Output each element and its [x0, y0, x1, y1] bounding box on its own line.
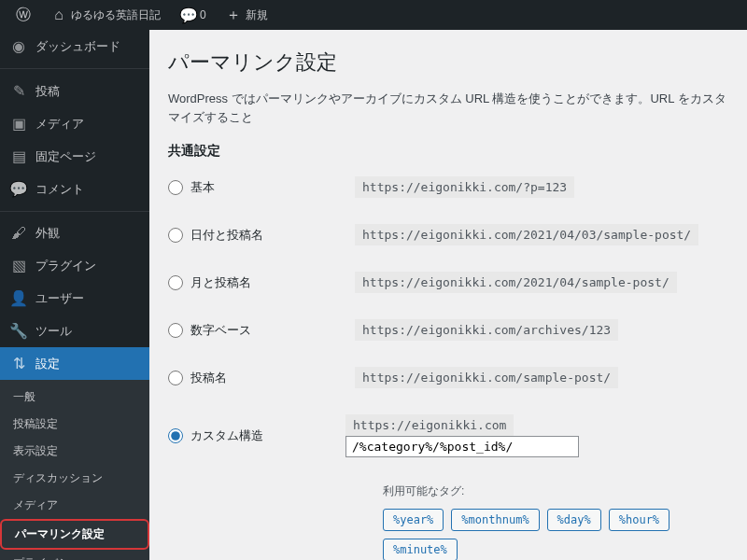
sidebar-item-label: 固定ページ: [35, 148, 96, 165]
url-example: https://eigonikki.com/archives/123: [355, 319, 618, 341]
radio-input-day-name[interactable]: [168, 228, 183, 243]
admin-sidebar: ◉ ダッシュボード ✎ 投稿 ▣ メディア ▤ 固定ページ 💬 コメント 🖌 外…: [0, 30, 149, 560]
sidebar-item-comments[interactable]: 💬 コメント: [0, 173, 149, 205]
comments-link[interactable]: 💬 0: [172, 0, 214, 30]
permalink-option-plain: 基本 https://eigonikki.com/?p=123: [168, 176, 728, 198]
radio-custom[interactable]: カスタム構造: [168, 427, 327, 444]
sidebar-item-label: ダッシュボード: [35, 38, 120, 55]
sidebar-item-plugins[interactable]: ▧ プラグイン: [0, 249, 149, 282]
radio-input-post-name[interactable]: [168, 371, 183, 385]
section-title: 共通設定: [168, 143, 728, 160]
submenu-item-general[interactable]: 一般: [0, 384, 149, 411]
radio-input-custom[interactable]: [168, 428, 183, 443]
wrench-icon: 🔧: [9, 322, 28, 340]
url-example: https://eigonikki.com/sample-post/: [355, 367, 618, 388]
submenu-item-reading[interactable]: 表示設定: [0, 438, 149, 465]
sidebar-item-settings[interactable]: ⇅ 設定: [0, 347, 149, 380]
sidebar-item-label: プラグイン: [35, 258, 96, 274]
submenu-item-writing[interactable]: 投稿設定: [0, 411, 149, 438]
permalink-option-day-name: 日付と投稿名 https://eigonikki.com/2021/04/03/…: [168, 224, 728, 245]
radio-month-name[interactable]: 月と投稿名: [168, 274, 336, 291]
available-tags-label: 利用可能なタグ:: [383, 483, 728, 499]
site-name-link[interactable]: ⌂ ゆるゆる英語日記: [43, 0, 168, 30]
radio-post-name[interactable]: 投稿名: [168, 370, 336, 386]
comment-icon: 💬: [9, 180, 28, 198]
submenu-item-privacy[interactable]: プライバシー: [0, 550, 149, 560]
option-label: 数字ベース: [190, 322, 251, 339]
permalink-option-post-name: 投稿名 https://eigonikki.com/sample-post/: [168, 367, 728, 388]
menu-separator: [0, 68, 149, 69]
settings-icon: ⇅: [9, 355, 28, 372]
radio-plain[interactable]: 基本: [168, 179, 336, 196]
plugin-icon: ▧: [9, 257, 28, 274]
url-example: https://eigonikki.com/?p=123: [355, 176, 574, 198]
media-icon: ▣: [9, 115, 28, 133]
comment-icon: 💬: [179, 7, 196, 24]
wordpress-logo-icon: ⓦ: [15, 6, 32, 25]
option-label: 月と投稿名: [190, 274, 251, 291]
url-example: https://eigonikki.com/2021/04/03/sample-…: [355, 224, 698, 245]
sidebar-item-label: メディア: [35, 116, 84, 133]
submenu-item-permalinks[interactable]: パーマリンク設定: [0, 519, 149, 550]
radio-input-month-name[interactable]: [168, 275, 183, 290]
option-label: 投稿名: [190, 370, 227, 386]
permalink-option-month-name: 月と投稿名 https://eigonikki.com/2021/04/samp…: [168, 272, 728, 293]
page-title: パーマリンク設定: [168, 49, 728, 77]
option-label: 日付と投稿名: [190, 227, 263, 244]
sidebar-item-users[interactable]: 👤 ユーザー: [0, 282, 149, 315]
sidebar-item-label: ツール: [35, 323, 72, 340]
tag-button-monthnum[interactable]: %monthnum%: [451, 509, 539, 531]
sidebar-item-label: ユーザー: [35, 290, 84, 307]
sidebar-item-media[interactable]: ▣ メディア: [0, 107, 149, 140]
page-description: WordPress ではパーマリンクやアーカイブにカスタム URL 構造を使うこ…: [168, 90, 728, 126]
radio-input-plain[interactable]: [168, 180, 183, 195]
new-content-link[interactable]: ＋ 新規: [218, 0, 275, 30]
sidebar-item-pages[interactable]: ▤ 固定ページ: [0, 140, 149, 173]
custom-prefix: https://eigonikki.com: [345, 414, 514, 436]
site-name-label: ゆるゆる英語日記: [71, 7, 161, 23]
url-example: https://eigonikki.com/2021/04/sample-pos…: [355, 272, 677, 293]
custom-structure-input[interactable]: [345, 436, 579, 457]
sidebar-item-label: コメント: [35, 181, 84, 198]
available-tags: %year% %monthnum% %day% %hour% %minute%: [383, 509, 728, 560]
menu-separator: [0, 211, 149, 212]
comments-count: 0: [200, 8, 206, 21]
admin-toolbar: ⓦ ⌂ ゆるゆる英語日記 💬 0 ＋ 新規: [0, 0, 747, 30]
sidebar-item-label: 設定: [35, 356, 60, 372]
tag-button-minute[interactable]: %minute%: [383, 539, 458, 560]
home-icon: ⌂: [50, 7, 67, 23]
new-label: 新規: [246, 7, 268, 23]
sidebar-item-appearance[interactable]: 🖌 外観: [0, 217, 149, 249]
sidebar-item-label: 外観: [35, 225, 60, 242]
plus-icon: ＋: [225, 6, 242, 25]
dashboard-icon: ◉: [9, 37, 28, 55]
sidebar-item-posts[interactable]: ✎ 投稿: [0, 75, 149, 107]
settings-submenu: 一般 投稿設定 表示設定 ディスカッション メディア パーマリンク設定 プライバ…: [0, 380, 149, 560]
page-icon: ▤: [9, 147, 28, 165]
permalink-option-numeric: 数字ベース https://eigonikki.com/archives/123: [168, 319, 728, 341]
option-label: カスタム構造: [190, 427, 263, 444]
sidebar-item-label: 投稿: [35, 83, 60, 100]
option-label: 基本: [190, 179, 215, 196]
radio-numeric[interactable]: 数字ベース: [168, 322, 336, 339]
radio-day-name[interactable]: 日付と投稿名: [168, 227, 336, 244]
wordpress-logo-menu[interactable]: ⓦ: [7, 0, 39, 30]
tag-button-hour[interactable]: %hour%: [609, 509, 669, 531]
pin-icon: ✎: [9, 82, 28, 100]
submenu-item-media[interactable]: メディア: [0, 492, 149, 519]
sidebar-item-tools[interactable]: 🔧 ツール: [0, 315, 149, 347]
tag-button-year[interactable]: %year%: [383, 509, 444, 531]
main-content: パーマリンク設定 WordPress ではパーマリンクやアーカイブにカスタム U…: [149, 30, 747, 560]
brush-icon: 🖌: [9, 225, 28, 242]
tag-button-day[interactable]: %day%: [547, 509, 601, 531]
submenu-item-discussion[interactable]: ディスカッション: [0, 465, 149, 492]
user-icon: 👤: [9, 289, 28, 307]
permalink-option-custom: カスタム構造 https://eigonikki.com: [168, 414, 728, 457]
radio-input-numeric[interactable]: [168, 323, 183, 338]
sidebar-item-dashboard[interactable]: ◉ ダッシュボード: [0, 30, 149, 63]
